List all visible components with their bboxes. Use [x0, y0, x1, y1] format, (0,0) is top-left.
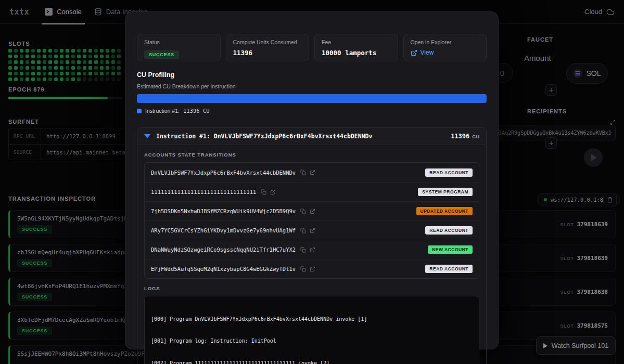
collapse-triangle-icon: [144, 134, 150, 138]
compute-units-card: Compute Units Consumed 11396: [226, 34, 310, 61]
external-link-icon[interactable]: [310, 247, 315, 253]
account-row: EPjFWdd5AufqSSqeM2qN1xzybapC8G4wEGGkZwyT…: [145, 259, 479, 278]
instruction-cu: 11396 CU: [451, 133, 479, 140]
account-actions: [300, 228, 315, 233]
accounts-list: DnVLVJbFSWF7YxJdxpP6c6rBxF4bvXrsxt44cbDE…: [144, 162, 479, 279]
status-card: Status SUCCESS: [137, 34, 221, 61]
copy-icon[interactable]: [300, 266, 306, 272]
external-link-icon[interactable]: [310, 228, 315, 233]
view-in-explorer-link[interactable]: View: [411, 49, 480, 56]
external-link-icon[interactable]: [270, 189, 276, 195]
account-row: 7jh5DSDKn5NxhwDJBSfMZCRzgWUik9UV4Wjc2D5B…: [145, 201, 479, 220]
instruction-title: Instruction #1: DnVLVJbFSWF7YxJdxpP6c6rB…: [156, 133, 372, 140]
fee-card: Fee 10000 lamports: [314, 34, 398, 61]
account-row: ARy7YC5GVCrCsYZhGiYKDvy1mDvvzGe7y69nhvUA…: [145, 220, 479, 240]
cu-profiling-title: CU Profiling: [137, 71, 487, 79]
account-actions: [300, 170, 315, 175]
fee-label: Fee: [322, 39, 391, 45]
external-link-icon: [411, 49, 417, 56]
instruction-card: Instruction #1: DnVLVJbFSWF7YxJdxpP6c6rB…: [137, 127, 487, 364]
copy-icon[interactable]: [300, 209, 306, 214]
legend-color-dot: [137, 109, 142, 113]
instruction-cu-value: 11396: [451, 133, 469, 140]
transaction-detail-modal: Status SUCCESS Compute Units Consumed 11…: [125, 11, 499, 349]
instruction-header[interactable]: Instruction #1: DnVLVJbFSWF7YxJdxpP6c6rB…: [137, 128, 486, 145]
status-badge: SUCCESS: [144, 50, 179, 59]
account-actions: [261, 189, 276, 195]
explorer-card: Open in Explorer View: [403, 34, 487, 61]
log-line: [000] Program DnVLVJbFSWF7YxJdxpP6c6rBxF…: [151, 316, 473, 323]
cu-profiling-subtitle: Estimated CU Breakdown per Instruction: [137, 83, 487, 89]
app-root: txtx Console Data Indexing Cloud SLOTS E…: [0, 0, 624, 364]
account-actions: [300, 209, 315, 214]
account-address: 7jh5DSDKn5NxhwDJBSfMZCRzgWUik9UV4Wjc2D5B…: [151, 208, 296, 214]
account-badge: NEW ACCOUNT: [428, 245, 473, 254]
copy-icon[interactable]: [300, 247, 306, 253]
logs-box: [000] Program DnVLVJbFSWF7YxJdxpP6c6rBxF…: [144, 296, 479, 364]
legend-label: Instruction #1:: [145, 108, 180, 114]
account-address: 11111111111111111111111111111111: [151, 189, 256, 195]
external-link-icon[interactable]: [310, 170, 315, 175]
external-link-icon[interactable]: [310, 209, 315, 214]
account-row: DnVLVJbFSWF7YxJdxpP6c6rBxF4bvXrsxt44cbDE…: [145, 163, 479, 182]
account-badge: SYSTEM PROGRAM: [418, 188, 473, 196]
account-address: DnVLVJbFSWF7YxJdxpP6c6rBxF4bvXrsxt44cbDE…: [151, 170, 296, 176]
account-address: ARy7YC5GVCrCsYZhGiYKDvy1mDvvzGe7y69nhvUA…: [151, 227, 296, 233]
instruction-body: ACCOUNTS STATE TRANSITIONS DnVLVJbFSWF7Y…: [137, 145, 486, 364]
account-address: DNaNWuyNdzSQzwgeiRCo9sgsscNqqNU2iTfr1HC7…: [151, 246, 296, 253]
account-badge: READ ACCOUNT: [425, 168, 473, 177]
account-row: DNaNWuyNdzSQzwgeiRCo9sgsscNqqNU2iTfr1HC7…: [145, 240, 479, 259]
explorer-label: Open in Explorer: [411, 39, 480, 45]
compute-units-label: Compute Units Consumed: [233, 39, 302, 45]
cu-breakdown-bar: [137, 94, 487, 103]
fee-value: 10000 lamports: [322, 49, 391, 57]
copy-icon[interactable]: [261, 189, 266, 195]
account-badge: UPDATED ACCOUNT: [416, 207, 473, 215]
account-actions: [300, 266, 315, 272]
account-badge: READ ACCOUNT: [425, 265, 473, 273]
log-line: [001] Program log: Instruction: InitPool: [151, 337, 473, 345]
log-line: [002] Program 11111111111111111111111111…: [151, 360, 473, 364]
instruction-cu-unit: CU: [472, 134, 479, 139]
copy-icon[interactable]: [300, 228, 306, 233]
stats-row: Status SUCCESS Compute Units Consumed 11…: [137, 34, 487, 61]
copy-icon[interactable]: [300, 170, 306, 175]
account-row: 11111111111111111111111111111111 SYSTEM …: [145, 182, 479, 201]
logs-title: LOGS: [144, 285, 479, 291]
legend-value: 11396 CU: [183, 108, 210, 114]
account-address: EPjFWdd5AufqSSqeM2qN1xzybapC8G4wEGGkZwyT…: [151, 266, 296, 272]
cu-legend: Instruction #1: 11396 CU: [137, 108, 487, 114]
status-card-label: Status: [144, 39, 213, 45]
account-actions: [300, 247, 315, 253]
external-link-icon[interactable]: [310, 266, 315, 272]
account-badge: READ ACCOUNT: [425, 226, 473, 235]
view-link-label: View: [421, 49, 434, 56]
accounts-title: ACCOUNTS STATE TRANSITIONS: [144, 152, 479, 158]
compute-units-value: 11396: [233, 49, 302, 57]
